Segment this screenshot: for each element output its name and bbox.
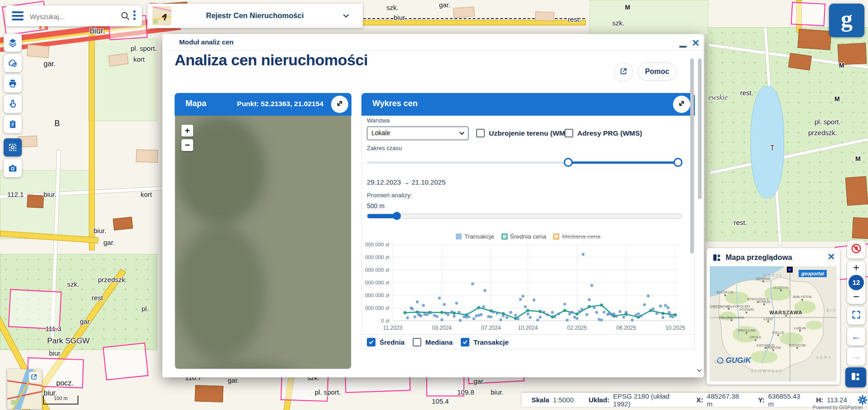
slider-handle-end[interactable] (673, 158, 683, 167)
scale-label: Skala (532, 396, 549, 404)
sidebar-button-touch[interactable] (4, 95, 22, 113)
time-range-label: Zakres czasu (367, 145, 402, 151)
profile-name: Rejestr Cen Nieruchomości (180, 11, 330, 20)
map-zoom-out-button[interactable]: − (847, 291, 865, 304)
previous-view-button[interactable]: ← (847, 327, 865, 346)
toolbar-glyph (8, 58, 18, 68)
legend-item[interactable]: Mediana cena (553, 233, 600, 240)
svg-text:03.2024: 03.2024 (432, 325, 452, 331)
minimap-thumbnail[interactable] (7, 369, 42, 409)
wms-checkbox-uzbrojenie[interactable]: Uzbrojenie terenu (WMS) (476, 129, 572, 137)
svg-text:6 000 000 zł: 6 000 000 zł (364, 280, 389, 285)
checkbox-icon[interactable] (476, 129, 485, 137)
menu-icon[interactable] (12, 11, 24, 20)
map-feature (788, 53, 812, 70)
location-off-button[interactable] (847, 240, 865, 259)
left-toolbar (4, 34, 22, 180)
open-external-button[interactable] (614, 63, 633, 82)
toolbar-glyph (8, 163, 18, 173)
radius-slider[interactable] (367, 214, 682, 219)
city-label: WROCŁAW (737, 328, 756, 332)
scale-value[interactable]: 1:5000 (553, 396, 574, 404)
series-toggle-transakcje[interactable]: Transakcje (461, 338, 509, 347)
wms-checkbox-adresy[interactable]: Adresy PRG (WMS) (565, 129, 642, 137)
x-value: 485267.38 m (707, 392, 744, 408)
svg-text:07.2024: 07.2024 (481, 325, 501, 331)
time-range-slider[interactable] (367, 161, 681, 164)
radius-slider-handle[interactable] (393, 212, 401, 220)
map-zoom-in-button[interactable]: + (847, 261, 865, 274)
city-label: ZIELONA GÓRA (719, 316, 744, 320)
sidebar-button-select-area[interactable] (4, 138, 22, 156)
toggle-label: Średnia (380, 338, 405, 346)
overview-toggle-button[interactable] (845, 367, 866, 387)
sidebar-button-camera[interactable] (4, 159, 22, 177)
map-feature (89, 23, 95, 250)
overview-map-panel: Mapa przeglądowa ✕ geoportal (707, 248, 840, 385)
geoportal-logo[interactable]: g (829, 4, 864, 37)
map-point-coordinates: Punkt: 52.21363, 21.02154 (237, 100, 323, 108)
logo-letter: g (841, 7, 853, 31)
checkbox-icon[interactable] (413, 338, 421, 347)
sidebar-button-print[interactable] (4, 74, 22, 93)
layer-select[interactable]: Lokale (367, 127, 468, 140)
crs-value[interactable]: EPSG 2180 (układ 1992) (613, 392, 684, 408)
chevron-down-icon[interactable] (341, 11, 351, 22)
page-title: Analiza cen nieruchomości (175, 51, 368, 69)
minimap-expand-icon[interactable] (29, 372, 39, 382)
city-label: LUBLIN (794, 326, 806, 330)
arrow-right-icon: → (851, 351, 861, 362)
checkbox-icon[interactable] (461, 338, 469, 347)
legend-item[interactable]: Transakcje (456, 233, 494, 240)
chart-panel: Wykres cen Warstwa Lokale Uzbrojenie ter… (361, 93, 695, 349)
sidebar-button-cloud-add[interactable] (4, 54, 22, 72)
scroll-down-icon[interactable] (696, 367, 703, 376)
series-toggle-mediana[interactable]: Mediana (413, 338, 453, 347)
expand-map-button[interactable] (331, 96, 348, 113)
search-input[interactable] (29, 9, 117, 24)
map-scalebar: 100 m (43, 395, 78, 405)
fullscreen-button[interactable] (847, 307, 865, 325)
expand-chart-button[interactable] (673, 96, 690, 113)
modal-divider (162, 50, 704, 51)
close-button[interactable]: ✕ (690, 38, 701, 49)
profile-selector[interactable]: Rejestr Cen Nieruchomości (147, 4, 363, 28)
help-button[interactable]: Pomoc (638, 63, 677, 81)
modal-scrollbar[interactable] (698, 59, 702, 199)
map-feature (113, 217, 133, 230)
more-options-icon[interactable] (133, 10, 136, 20)
map-feature (195, 385, 223, 402)
search-icon[interactable] (120, 10, 131, 23)
city-label: WARSZAWA (770, 310, 803, 315)
overview-map-canvas[interactable]: geoportal GUGiK ROSJALITWANIEMCYBIACZECH… (710, 266, 837, 381)
neighbor-label: LITWA (807, 272, 826, 277)
chevron-down-icon (458, 130, 465, 138)
map-panel-canvas[interactable]: +− (175, 116, 351, 369)
h-value: 113.24 (827, 396, 847, 404)
scalebar-label: 100 m (44, 395, 78, 401)
map-feature (535, 11, 555, 21)
layer-label: Warstwa (367, 117, 390, 124)
legend-item[interactable]: Średnia cena (502, 233, 546, 240)
zoom-control: + 12 − (847, 261, 865, 304)
checkbox-icon[interactable] (367, 338, 375, 347)
sidebar-button-clipboard[interactable] (4, 115, 22, 133)
series-toggle-średnia[interactable]: Średnia (367, 338, 405, 347)
inner-scrollbar[interactable] (690, 59, 694, 254)
city-label: ŁÓDŹ (764, 317, 773, 321)
minimize-button[interactable] (679, 46, 687, 48)
overview-close-button[interactable]: ✕ (826, 252, 836, 262)
legend-label: Transakcje (464, 233, 494, 240)
zoom-in-button[interactable]: + (181, 125, 193, 137)
slider-handle-start[interactable] (564, 158, 573, 167)
sidebar-button-layers[interactable] (4, 34, 22, 52)
legend-label: Mediana cena (562, 233, 600, 240)
wms-checkbox-label: Uzbrojenie terenu (WMS) (489, 129, 572, 137)
settings-gear-icon[interactable] (857, 395, 868, 405)
chart-panel-body: Warstwa Lokale Uzbrojenie terenu (WMS) A… (361, 116, 695, 349)
neighbor-label: SŁOWACJA (751, 369, 783, 373)
radius-value: 500 m (367, 202, 385, 210)
checkbox-icon[interactable] (565, 129, 573, 137)
zoom-out-button[interactable]: − (181, 139, 193, 151)
next-view-button[interactable]: → (847, 347, 865, 366)
